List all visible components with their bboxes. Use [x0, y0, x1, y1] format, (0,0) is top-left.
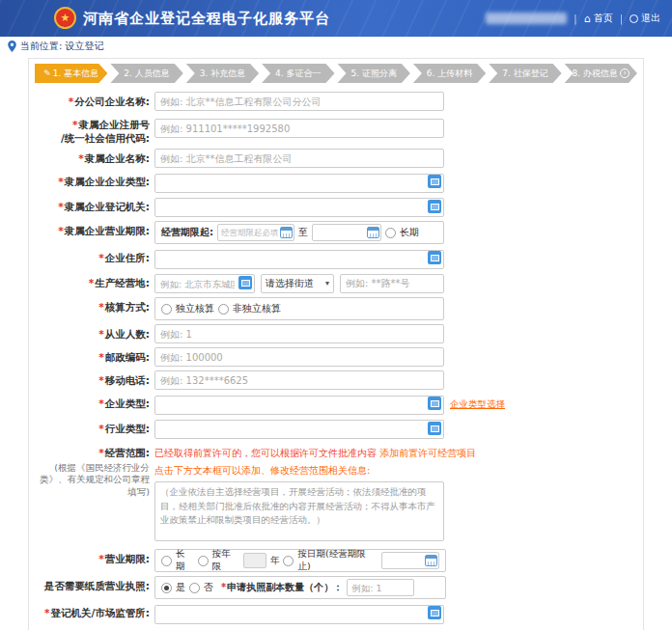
- radio-non-independent-accounting[interactable]: [218, 304, 229, 315]
- step-label: 1. 基本信息: [53, 68, 98, 80]
- required-asterisk: *: [98, 423, 104, 434]
- picker-icon[interactable]: [428, 606, 441, 619]
- term-years-input[interactable]: [243, 553, 266, 568]
- home-label: 首页: [594, 12, 613, 25]
- radio-paper-no[interactable]: [189, 583, 200, 593]
- mobile-input[interactable]: [154, 370, 444, 390]
- industry-type-label: 行业类型:: [105, 423, 150, 434]
- pencil-icon: ✎: [43, 68, 51, 78]
- street-select-value: 请选择街道: [266, 277, 314, 290]
- business-place-label: 生产经营地:: [95, 277, 150, 288]
- radio-paper-yes[interactable]: [161, 583, 172, 593]
- app-header: ★ 河南省企业登记全程电子化服务平台 | ⌂首页 | 退出: [0, 0, 672, 37]
- required-asterisk: *: [98, 301, 104, 313]
- parent-type-input[interactable]: [154, 174, 444, 193]
- copies-input[interactable]: [347, 579, 414, 596]
- picker-icon[interactable]: [428, 397, 441, 410]
- required-asterisk: *: [98, 447, 104, 458]
- parent-code-label2: /统一社会信用代码:: [61, 132, 150, 144]
- parent-code-label: 隶属企业注册号: [79, 119, 151, 130]
- required-asterisk: *: [98, 553, 104, 564]
- picker-icon[interactable]: [428, 422, 441, 435]
- field-paper-license: 是否需要纸质营业执照: 是 否 *申请执照副本数量（个）：: [33, 576, 639, 599]
- required-asterisk: *: [58, 176, 64, 187]
- field-parent-code: *隶属企业注册号/统一社会信用代码:: [33, 115, 639, 145]
- field-industry-type: *行业类型:: [33, 419, 639, 440]
- reg-authority-input[interactable]: [154, 605, 444, 624]
- branch-name-input[interactable]: [154, 92, 444, 111]
- address-label: 企业住所:: [105, 252, 150, 263]
- chevron-down-icon: ▾: [325, 279, 329, 288]
- tab-multi-cert[interactable]: 4. 多证合一: [262, 64, 334, 83]
- required-asterisk: *: [58, 201, 64, 212]
- employees-input[interactable]: [154, 324, 444, 343]
- header-nav: | ⌂首页 | 退出: [486, 12, 660, 25]
- year-unit-label: 年: [270, 555, 280, 567]
- required-asterisk: *: [72, 119, 78, 130]
- required-asterisk: *: [78, 152, 84, 164]
- term-to-label: 至: [298, 226, 308, 239]
- mobile-label: 移动电话:: [105, 374, 150, 386]
- username-blurred: [486, 13, 567, 24]
- required-asterisk: *: [89, 277, 95, 288]
- field-parent-name: *隶属企业名称:: [33, 149, 639, 168]
- home-link[interactable]: ⌂首页: [584, 12, 613, 25]
- parent-term-group: 经营期限起: 至 长期: [154, 221, 444, 244]
- company-type-input[interactable]: [154, 396, 444, 415]
- parent-term-label: 隶属企业营业期限:: [65, 225, 150, 236]
- add-licensed-items-link[interactable]: 添加前置许可经营项目: [379, 448, 476, 458]
- radio-term-long[interactable]: [161, 556, 172, 566]
- field-reg-authority: *登记机关/市场监管所:: [33, 603, 639, 624]
- radio-term-years[interactable]: [198, 556, 209, 566]
- business-term-label: 营业期限:: [105, 553, 150, 564]
- national-emblem-icon: ★: [54, 7, 76, 29]
- business-place-road-input[interactable]: [340, 274, 444, 293]
- parent-name-input[interactable]: [154, 149, 444, 168]
- tab-supplementary-info[interactable]: 3. 补充信息: [186, 64, 259, 83]
- calendar-icon[interactable]: [425, 555, 437, 566]
- address-input[interactable]: [154, 250, 444, 269]
- field-parent-reg-authority: *隶属企业登记机关:: [33, 197, 639, 218]
- power-icon: [630, 14, 638, 23]
- parent-name-label: 隶属企业名称:: [85, 152, 150, 164]
- calendar-icon[interactable]: [280, 227, 293, 238]
- logout-label: 退出: [641, 12, 660, 25]
- parent-reg-authority-input[interactable]: [154, 198, 444, 217]
- radio-parent-long-term[interactable]: [385, 228, 396, 238]
- accounting-group: 独立核算 非独立核算: [154, 297, 444, 320]
- independent-accounting-label: 独立核算: [176, 302, 214, 315]
- radio-term-date[interactable]: [283, 556, 294, 566]
- picker-icon[interactable]: [428, 251, 441, 264]
- industry-type-input[interactable]: [154, 420, 444, 439]
- street-select[interactable]: 请选择街道▾: [261, 274, 334, 293]
- tab-personnel-info[interactable]: 2. 人员信息: [110, 64, 182, 83]
- chevron-right-icon: ›: [620, 68, 630, 78]
- radio-independent-accounting[interactable]: [161, 304, 172, 315]
- tab-tax-info[interactable]: 8. 办税信息›: [565, 64, 637, 83]
- picker-icon[interactable]: [428, 175, 441, 188]
- step-label: 3. 补充信息: [200, 68, 245, 80]
- postcode-input[interactable]: [154, 347, 444, 367]
- paper-no-label: 否: [204, 581, 213, 594]
- tab-upload-materials[interactable]: 6. 上传材料: [413, 64, 486, 83]
- calendar-icon[interactable]: [367, 227, 379, 238]
- term-long-label: 长期: [176, 548, 194, 573]
- logout-link[interactable]: 退出: [630, 12, 660, 25]
- field-parent-type: *隶属企业企业类型:: [33, 172, 639, 193]
- required-asterisk: *: [98, 252, 104, 263]
- parent-code-input[interactable]: [154, 119, 444, 138]
- business-scope-textarea[interactable]: [154, 481, 444, 541]
- field-accounting: *核算方式: 独立核算 非独立核算: [33, 297, 639, 320]
- copies-label: 申请执照副本数量（个）：: [227, 582, 343, 592]
- tab-cert-separation[interactable]: 5. 证照分离: [338, 64, 410, 83]
- field-business-place: *生产经营地: 请选择街道▾: [33, 273, 639, 294]
- company-type-select-link[interactable]: 企业类型选择: [450, 398, 505, 411]
- picker-icon[interactable]: [428, 200, 441, 213]
- picker-icon[interactable]: [238, 276, 252, 289]
- field-business-term: *营业期限: 长期 按年限 年 按日期(经营期限止): [33, 549, 639, 572]
- parent-long-term-label: 长期: [400, 226, 419, 239]
- tab-basic-info[interactable]: ✎1. 基本信息: [35, 64, 107, 83]
- field-company-type: *企业类型: 企业类型选择: [33, 394, 639, 415]
- tab-social-security[interactable]: 7. 社保登记: [489, 64, 561, 83]
- step-label: 4. 多证合一: [275, 68, 321, 80]
